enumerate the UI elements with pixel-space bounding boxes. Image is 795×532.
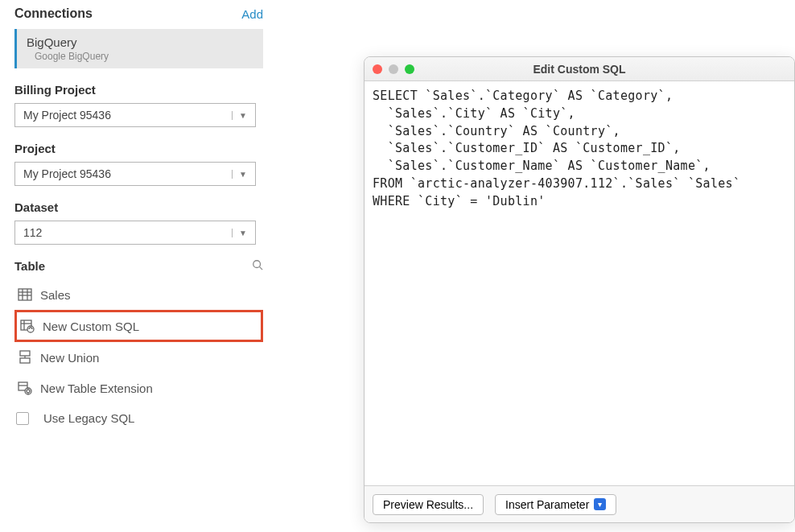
billing-project-dropdown[interactable]: My Project 95436 ▼ (14, 103, 256, 127)
add-connection-link[interactable]: Add (241, 7, 263, 21)
table-icon (18, 287, 32, 302)
connections-header: Connections Add (14, 6, 263, 21)
svg-line-1 (260, 267, 263, 270)
action-label: New Union (40, 351, 99, 365)
dialog-title: Edit Custom SQL (365, 63, 794, 76)
use-legacy-sql-row[interactable]: Use Legacy SQL (14, 403, 263, 433)
action-new-table-extension[interactable]: New Table Extension (14, 373, 263, 403)
action-new-custom-sql[interactable]: New Custom SQL (14, 310, 263, 342)
minimize-window-button[interactable] (389, 64, 398, 74)
chevron-down-icon: ▼ (232, 111, 247, 120)
table-list: Sales New Custom SQL (14, 279, 263, 433)
sql-editor[interactable]: SELECT `Sales`.`Category` AS `Category`,… (365, 81, 794, 485)
insert-parameter-button[interactable]: Insert Parameter ▾ (495, 494, 616, 515)
svg-rect-12 (20, 358, 30, 363)
svg-point-10 (27, 326, 34, 332)
custom-sql-icon (20, 319, 35, 333)
close-window-button[interactable] (373, 64, 382, 74)
chevron-down-icon: ▼ (232, 229, 247, 237)
data-source-sidebar: Connections Add BigQuery Google BigQuery… (0, 0, 278, 439)
connections-title: Connections (14, 6, 93, 21)
dataset-label: Dataset (14, 200, 263, 214)
billing-project-label: Billing Project (14, 83, 263, 97)
project-dropdown[interactable]: My Project 95436 ▼ (14, 162, 256, 186)
table-item-sales[interactable]: Sales (14, 279, 263, 310)
insert-button-label: Insert Parameter (505, 498, 589, 511)
chevron-down-icon: ▾ (594, 498, 606, 510)
dataset-value: 112 (23, 226, 42, 239)
window-controls (373, 64, 414, 74)
legacy-sql-checkbox[interactable] (16, 412, 29, 425)
dialog-titlebar[interactable]: Edit Custom SQL (365, 57, 794, 81)
union-icon (18, 350, 32, 365)
active-connection-name: BigQuery (27, 35, 253, 49)
svg-rect-2 (19, 289, 31, 300)
dataset-dropdown[interactable]: 112 ▼ (14, 221, 256, 245)
legacy-sql-label: Use Legacy SQL (43, 411, 134, 425)
action-new-union[interactable]: New Union (14, 342, 263, 373)
svg-point-16 (25, 388, 31, 394)
table-section-label: Table (14, 259, 45, 273)
search-icon[interactable] (252, 259, 263, 273)
edit-custom-sql-dialog: Edit Custom SQL SELECT `Sales`.`Category… (364, 56, 795, 523)
svg-point-0 (253, 261, 261, 268)
action-label: New Table Extension (40, 381, 153, 395)
active-connection-subtitle: Google BigQuery (35, 51, 253, 62)
preview-results-button[interactable]: Preview Results... (373, 494, 484, 515)
table-section-header: Table (14, 259, 263, 273)
svg-rect-11 (20, 351, 30, 356)
extension-icon (18, 381, 32, 395)
dialog-footer: Preview Results... Insert Parameter ▾ (365, 485, 794, 522)
billing-project-value: My Project 95436 (23, 109, 111, 122)
project-value: My Project 95436 (23, 167, 111, 180)
project-label: Project (14, 142, 263, 155)
action-label: New Custom SQL (43, 320, 139, 333)
chevron-down-icon: ▼ (232, 170, 247, 179)
table-item-label: Sales (40, 288, 71, 302)
preview-button-label: Preview Results... (383, 498, 473, 511)
maximize-window-button[interactable] (405, 64, 414, 74)
active-connection[interactable]: BigQuery Google BigQuery (14, 29, 263, 68)
